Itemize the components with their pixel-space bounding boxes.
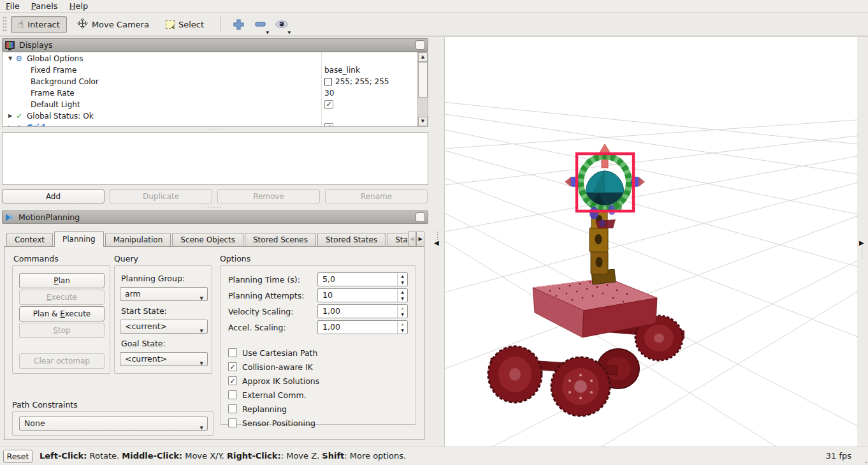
spin-up-icon[interactable]: ▲ — [398, 305, 407, 311]
spin-down-icon[interactable]: ▼ — [398, 279, 407, 286]
external-comm-option: External Comm. — [228, 390, 307, 400]
clear-octomap-button[interactable]: Clear octomap — [19, 353, 105, 369]
start-state-label: Start State: — [121, 306, 167, 316]
displays-panel-float-button[interactable] — [416, 40, 425, 50]
background-color-value[interactable]: 255; 255; 255 — [335, 76, 389, 87]
sensor-positioning-checkbox[interactable] — [228, 418, 237, 427]
status-bar: Reset Left-Click: Rotate. Middle-Click: … — [0, 447, 868, 465]
row-label: Default Light — [31, 99, 80, 110]
remove-display-button[interactable]: Remove — [217, 189, 320, 203]
interact-tool-button[interactable]: ☝ Interact — [11, 16, 67, 33]
move-camera-tool-button[interactable]: Move Camera — [71, 16, 156, 33]
select-tool-button[interactable]: Select — [159, 16, 210, 33]
stop-button[interactable]: Stop — [19, 323, 105, 338]
tab-scene-objects[interactable]: Scene Objects — [172, 233, 243, 247]
row-label: Grid — [27, 122, 45, 127]
execute-button[interactable]: Execute — [19, 290, 105, 305]
zoom-out-dropdown-caret[interactable]: ▼ — [266, 30, 269, 34]
collision-aware-ik-option: ✓ Collision-aware IK — [228, 362, 313, 372]
menu-bar: File Panels Help — [0, 0, 868, 13]
tab-scroll-left-icon[interactable]: ◀ — [408, 232, 416, 247]
spin-up-icon[interactable]: ▲ — [398, 321, 407, 327]
accel-scaling-spinbox[interactable]: 1,00 ▲▼ — [317, 320, 408, 334]
zoom-in-button[interactable] — [232, 17, 245, 32]
menu-file[interactable]: File — [0, 0, 25, 12]
expander-open-icon[interactable]: ▼ — [6, 53, 14, 64]
planning-group-combo[interactable]: arm ▼ — [120, 287, 208, 301]
scrollbar-down-icon[interactable]: ▼ — [418, 117, 428, 126]
default-light-checkbox[interactable]: ✓ — [324, 100, 333, 109]
tree-row-background-color[interactable]: Background Color 255; 255; 255 — [3, 76, 418, 87]
status-ok-check-icon: ✓ — [14, 110, 24, 122]
row-label: Global Options — [27, 53, 83, 64]
visibility-dropdown-caret[interactable]: ▼ — [287, 30, 291, 34]
displays-panel-header[interactable]: Displays — [2, 38, 428, 52]
zoom-out-button[interactable]: ▼ — [254, 17, 266, 32]
visibility-button[interactable]: ▼ — [275, 17, 288, 32]
start-state-combo[interactable]: <current> ▼ — [120, 320, 208, 334]
tab-scroll-right-icon[interactable]: ▶ — [416, 232, 424, 247]
spin-up-icon[interactable]: ▲ — [398, 273, 407, 279]
collapse-right-icon[interactable]: ▶ — [859, 240, 864, 246]
spin-up-icon[interactable]: ▲ — [398, 289, 407, 295]
spin-down-icon[interactable]: ▼ — [398, 295, 407, 302]
tab-stored-states[interactable]: Stored States — [317, 233, 386, 247]
fixed-frame-value[interactable]: base_link — [324, 64, 360, 76]
tree-scrollbar[interactable]: ▲ ▼ — [417, 52, 428, 126]
plan-button[interactable]: Plan — [19, 273, 105, 288]
frame-rate-value[interactable]: 30 — [324, 87, 334, 99]
scrollbar-up-icon[interactable]: ▲ — [418, 52, 428, 62]
menu-panels[interactable]: Panels — [25, 0, 64, 12]
3d-viewport[interactable] — [444, 37, 857, 447]
spin-down-icon[interactable]: ▼ — [398, 311, 407, 318]
splitter-handle[interactable]: ····· — [0, 128, 430, 131]
motion-planning-float-button[interactable] — [416, 212, 425, 222]
velocity-scaling-spinbox[interactable]: 1,00 ▲▼ — [317, 304, 408, 318]
tab-planning[interactable]: Planning — [54, 231, 104, 247]
expander-closed-icon[interactable]: ▶ — [6, 122, 14, 127]
collapse-left-icon[interactable]: ◀ — [434, 240, 439, 246]
rover-robot — [488, 144, 684, 416]
goal-state-combo[interactable]: <current> ▼ — [120, 352, 208, 366]
tree-row-default-light[interactable]: Default Light ✓ — [3, 99, 418, 110]
motion-planning-panel-header[interactable]: MotionPlanning — [2, 210, 428, 224]
color-swatch[interactable] — [324, 78, 332, 85]
tab-context[interactable]: Context — [6, 233, 53, 247]
tree-row-global-status[interactable]: ▶ ✓ Global Status: Ok — [3, 110, 418, 122]
select-icon — [166, 20, 175, 29]
use-cartesian-path-checkbox[interactable] — [228, 348, 237, 357]
tab-manipulation[interactable]: Manipulation — [105, 233, 171, 247]
spin-down-icon[interactable]: ▼ — [398, 327, 407, 334]
planning-attempts-spinbox[interactable]: 10 ▲▼ — [317, 288, 408, 302]
planning-tab-content: Commands Query Options Plan Execute Plan… — [4, 246, 424, 440]
splitter-handle[interactable]: ····· — [0, 206, 430, 210]
expander-closed-icon[interactable]: ▶ — [6, 110, 14, 122]
commands-group-label: Commands — [13, 254, 59, 263]
3d-scene-canvas[interactable] — [445, 37, 858, 447]
replanning-checkbox[interactable] — [228, 404, 237, 413]
splitter-dots[interactable] — [861, 249, 863, 258]
planning-group-label: Planning Group: — [121, 274, 185, 283]
plan-and-execute-button[interactable]: Plan & Execute — [19, 306, 105, 321]
tree-row-fixed-frame[interactable]: Fixed Frame base_link — [3, 64, 418, 76]
eye-icon — [275, 20, 288, 28]
tab-stored-scenes[interactable]: Stored Scenes — [245, 233, 316, 247]
tree-row-frame-rate[interactable]: Frame Rate 30 — [3, 87, 418, 99]
grid-checkbox[interactable]: ✓ — [324, 123, 333, 127]
duplicate-display-button[interactable]: Duplicate — [110, 189, 212, 203]
external-comm-checkbox[interactable] — [228, 390, 237, 399]
planning-attempts-label: Planning Attempts: — [228, 291, 304, 300]
reset-button[interactable]: Reset — [3, 450, 33, 463]
approx-ik-solutions-checkbox[interactable]: ✓ — [228, 376, 237, 385]
rename-display-button[interactable]: Rename — [325, 189, 428, 203]
path-constraints-combo[interactable]: None ▼ — [19, 417, 208, 431]
resize-grip[interactable] — [865, 462, 866, 463]
collision-aware-ik-checkbox[interactable]: ✓ — [228, 362, 237, 371]
splitter-dots[interactable] — [437, 231, 438, 240]
menu-help[interactable]: Help — [64, 0, 94, 12]
toolbar-drag-handle[interactable] — [3, 16, 7, 33]
scrollbar-thumb[interactable] — [418, 62, 428, 98]
add-display-button[interactable]: Add — [2, 189, 105, 203]
tree-row-global-options[interactable]: ▼ ⚙ Global Options — [3, 53, 418, 64]
planning-time-spinbox[interactable]: 5,0 ▲▼ — [317, 272, 408, 286]
